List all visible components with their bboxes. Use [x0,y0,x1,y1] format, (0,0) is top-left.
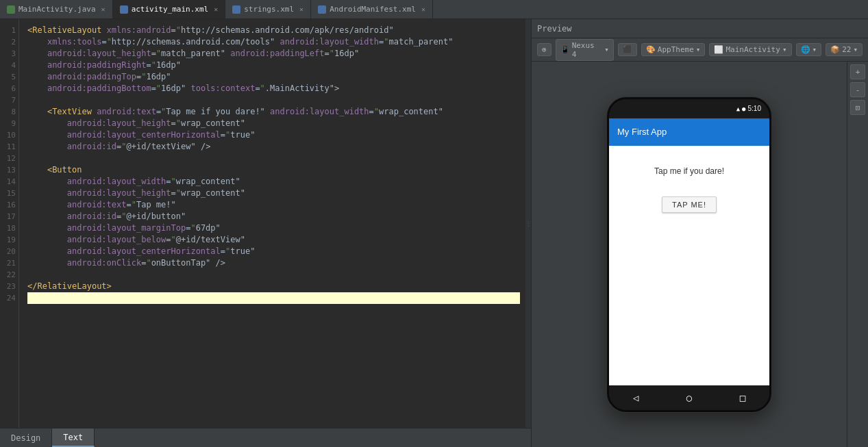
activity-icon: ⬜ [714,45,723,54]
preview-right-controls: + - ⊡ [847,62,868,447]
theme-selector[interactable]: 🎨 AppTheme ▾ [641,43,706,56]
editor-panel: 123456789101112131415161718192021222324 … [0,19,531,447]
status-time: 5:10 [748,105,761,112]
preview-inner: ▲ ● 5:10 My First App Tap me if you dare… [532,62,868,447]
tab-icon-strings-xml [232,5,240,14]
app-title: My First App [617,127,667,137]
theme-chevron-icon: ▾ [696,45,701,54]
text-view: Tap me if you dare! [654,166,724,176]
tab-label-strings-xml: strings.xml [244,5,294,14]
preview-content: ▲ ● 5:10 My First App Tap me if you dare… [532,62,847,447]
preview-title: Preview [537,24,572,34]
activity-selector[interactable]: ⬜ MainActivity ▾ [709,43,791,56]
zoom-out-button[interactable]: - [850,82,865,97]
tab-main-activity[interactable]: MainActivity.java ✕ [0,0,113,18]
api-selector[interactable]: 📦 22 ▾ [826,43,863,56]
tab-design-label: Design [11,433,40,443]
phone-nav-bar: ◁ ○ □ [609,385,769,410]
locale-selector[interactable]: 🌐 ▾ [796,43,822,56]
tab-icon-java [7,5,15,14]
zoom-fit-button[interactable]: ⊡ [850,100,865,115]
tab-activity-main-xml[interactable]: activity_main.xml ✕ [113,0,226,18]
close-tab-strings-xml[interactable]: ✕ [299,5,303,13]
theme-label: AppTheme [658,45,694,54]
signal-icon: ● [742,105,745,112]
phone-mockup: ▲ ● 5:10 My First App Tap me if you dare… [607,97,771,412]
chevron-down-icon: ▾ [604,45,609,54]
tap-me-button[interactable]: TAP ME! [662,196,717,213]
editor-resize-handle[interactable]: ⋮ [525,19,531,428]
status-icons: ▲ ● 5:10 [736,105,761,112]
tab-text[interactable]: Text [52,429,95,447]
phone-status-bar: ▲ ● 5:10 [609,99,769,118]
tab-design[interactable]: Design [0,429,52,447]
tab-android-manifest[interactable]: AndroidManifest.xml ✕ [311,0,433,18]
editor-content: 123456789101112131415161718192021222324 … [0,19,531,428]
close-tab-activity-xml[interactable]: ✕ [214,5,218,13]
wifi-icon: ▲ [736,105,740,112]
api-label: 22 [842,45,851,54]
tab-label-main-activity: MainActivity.java [18,5,96,14]
device-selector[interactable]: 📱 Nexus 4 ▾ [556,39,614,61]
tab-label-activity-main-xml: activity_main.xml [132,5,209,14]
tab-bar: MainActivity.java ✕ activity_main.xml ✕ … [0,0,868,19]
line-numbers: 123456789101112131415161718192021222324 [0,19,19,428]
api-chevron-icon: ▾ [853,45,858,54]
add-device-button[interactable]: ⊕ [537,43,551,56]
orientation-icon: ⬛ [623,45,632,54]
code-area[interactable]: <RelativeLayout xmlns:android="http://sc… [19,19,525,428]
zoom-in-button[interactable]: + [850,64,865,79]
locale-chevron-icon: ▾ [813,45,817,54]
tab-icon-xml-activity [120,5,128,14]
tab-strings-xml[interactable]: strings.xml ✕ [225,0,311,18]
preview-header: Preview [532,19,868,38]
close-tab-manifest[interactable]: ✕ [421,5,425,13]
app-toolbar: My First App [609,118,769,146]
app-content: Tap me if you dare! TAP ME! [609,146,769,385]
tab-label-manifest: AndroidManifest.xml [330,5,416,14]
home-icon[interactable]: ○ [686,392,692,403]
activity-label: MainActivity [726,45,780,54]
phone-screen: My First App Tap me if you dare! TAP ME! [609,118,769,385]
back-icon[interactable]: ◁ [633,392,638,403]
theme-icon: 🎨 [646,45,656,54]
api-icon: 📦 [830,45,840,54]
orientation-button[interactable]: ⬛ [618,43,637,56]
activity-chevron-icon: ▾ [782,45,787,54]
tab-icon-manifest [318,5,326,14]
preview-toolbar: ⊕ 📱 Nexus 4 ▾ ⬛ 🎨 AppTheme ▾ ⬜ MainActiv… [532,38,868,62]
recents-icon[interactable]: □ [740,392,745,403]
device-icon: 📱 [560,45,570,54]
add-icon: ⊕ [542,45,547,54]
tab-text-label: Text [63,433,83,442]
main-area: 123456789101112131415161718192021222324 … [0,19,868,447]
locale-icon: 🌐 [801,45,810,54]
preview-panel: Preview ⊕ 📱 Nexus 4 ▾ ⬛ 🎨 AppTheme ▾ ⬜ M… [531,19,868,447]
close-tab-main-activity[interactable]: ✕ [101,5,106,13]
device-label: Nexus 4 [572,41,603,59]
bottom-tabs: Design Text [0,428,531,447]
